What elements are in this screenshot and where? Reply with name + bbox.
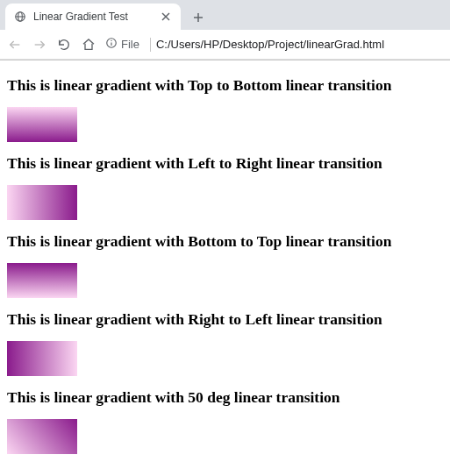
info-icon <box>105 37 118 52</box>
gradient-box-top-bottom <box>7 107 77 142</box>
heading-right-left: This is linear gradient with Right to Le… <box>7 310 443 329</box>
browser-tab[interactable]: Linear Gradient Test <box>5 4 181 30</box>
page-content: This is linear gradient with Top to Bott… <box>0 60 450 473</box>
tab-strip: Linear Gradient Test <box>0 0 450 30</box>
gradient-box-right-left <box>7 341 77 376</box>
gradient-box-left-right <box>7 185 77 220</box>
file-label: File <box>121 38 139 51</box>
browser-toolbar: File C:/Users/HP/Desktop/Project/linearG… <box>0 30 450 60</box>
file-info-chip[interactable]: File <box>105 37 145 52</box>
gradient-box-50deg <box>7 419 77 454</box>
new-tab-button[interactable] <box>186 5 211 30</box>
close-icon[interactable] <box>160 11 172 23</box>
heading-bottom-top: This is linear gradient with Bottom to T… <box>7 232 443 251</box>
forward-icon[interactable] <box>32 37 47 53</box>
reload-icon[interactable] <box>56 37 72 53</box>
address-bar[interactable]: File C:/Users/HP/Desktop/Project/linearG… <box>105 37 443 52</box>
browser-chrome: Linear Gradient Test File <box>0 0 450 60</box>
heading-50deg: This is linear gradient with 50 deg line… <box>7 388 443 407</box>
globe-icon <box>14 11 26 23</box>
url-text: C:/Users/HP/Desktop/Project/linearGrad.h… <box>156 38 443 51</box>
heading-top-bottom: This is linear gradient with Top to Bott… <box>7 76 443 95</box>
tab-title: Linear Gradient Test <box>33 11 153 23</box>
svg-point-11 <box>111 40 111 41</box>
gradient-box-bottom-top <box>7 263 77 298</box>
heading-left-right: This is linear gradient with Left to Rig… <box>7 154 443 173</box>
back-icon[interactable] <box>7 37 23 53</box>
home-icon[interactable] <box>81 37 96 53</box>
address-divider <box>150 38 151 52</box>
